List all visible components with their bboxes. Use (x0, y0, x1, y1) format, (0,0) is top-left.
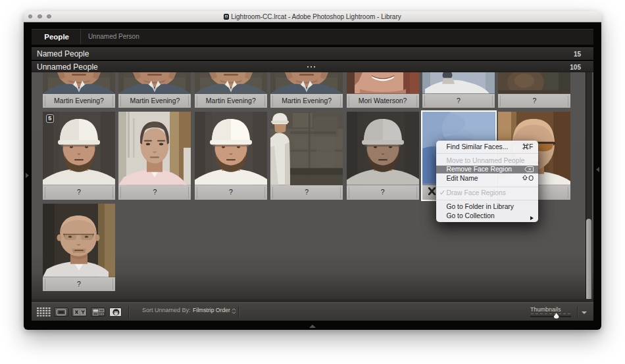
svg-text:O: O (528, 175, 534, 183)
svg-text:F: F (529, 143, 533, 150)
